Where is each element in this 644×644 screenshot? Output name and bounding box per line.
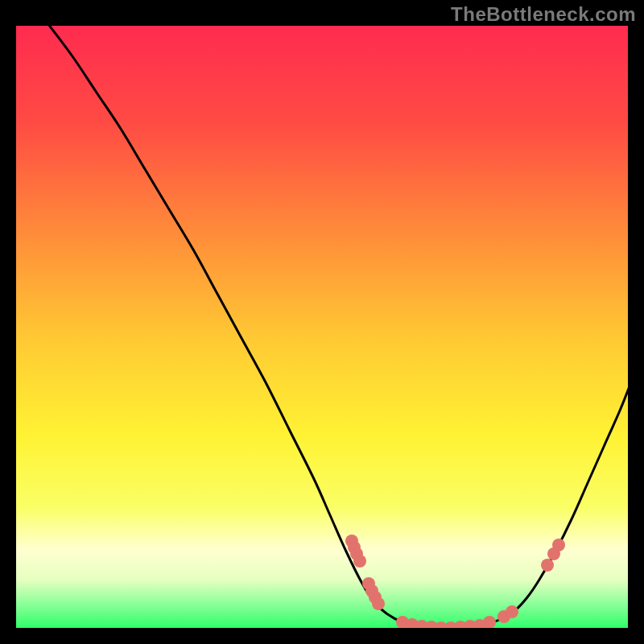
data-point (353, 555, 366, 568)
data-point (483, 616, 496, 629)
plot-border-bottom (0, 628, 644, 644)
data-point (372, 597, 385, 610)
data-point (541, 559, 554, 572)
plot-border-right (628, 0, 644, 644)
watermark-text: TheBottleneck.com (451, 3, 636, 26)
chart-container: TheBottleneck.com (0, 0, 644, 644)
plot-border-left (0, 0, 16, 644)
data-point (506, 605, 518, 618)
chart-svg (0, 0, 644, 644)
data-point (552, 539, 565, 551)
plot-background (16, 26, 628, 628)
